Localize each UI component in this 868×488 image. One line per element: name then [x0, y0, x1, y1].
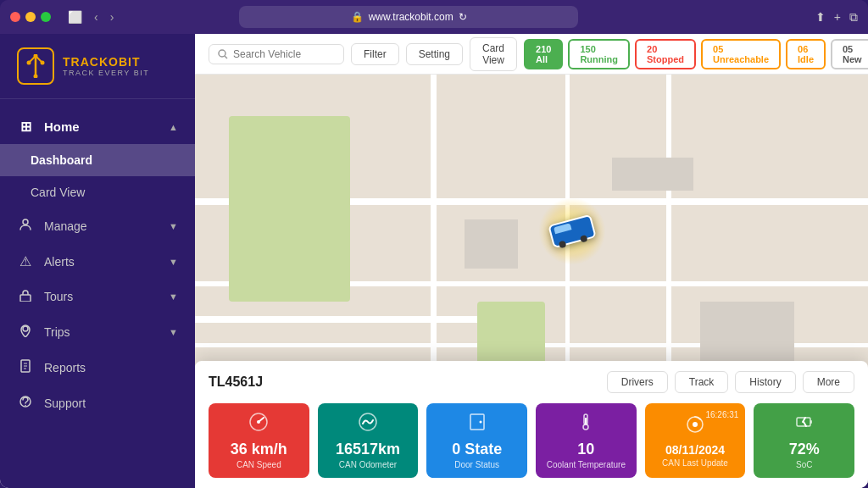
tag-all[interactable]: 210 All: [524, 39, 563, 69]
chevron-down-icon: ▼: [169, 221, 178, 231]
speed-icon: [248, 412, 269, 437]
sidebar-item-label: Support: [44, 396, 178, 410]
new-tab-icon[interactable]: +: [834, 10, 841, 25]
map-park: [229, 116, 350, 302]
stat-speed: 36 km/h CAN Speed: [209, 403, 309, 478]
back-nav[interactable]: ‹: [91, 8, 102, 25]
svg-rect-8: [20, 295, 31, 302]
sidebar-item-alerts[interactable]: ⚠ Alerts ▼: [0, 244, 195, 279]
more-button[interactable]: More: [803, 371, 854, 393]
app-container: TRACKOBIT TRACK EVERY BIT ⊞ Home ▲ Dashb…: [0, 34, 868, 488]
home-icon: ⊞: [17, 119, 34, 135]
manage-icon: [17, 218, 34, 235]
track-button[interactable]: Track: [675, 371, 729, 393]
svg-point-24: [583, 424, 588, 430]
forward-nav[interactable]: ›: [107, 8, 118, 25]
alerts-icon: ⚠: [17, 253, 34, 269]
search-box[interactable]: [209, 44, 344, 64]
last-update-time: 16:26:31: [705, 410, 738, 419]
tag-unreachable[interactable]: 05 Unreachable: [701, 39, 781, 69]
svg-point-9: [23, 326, 28, 331]
map-container[interactable]: TL4561J Drivers Track History More: [195, 75, 868, 488]
setting-button[interactable]: Setting: [406, 43, 463, 65]
vehicle-panel: TL4561J Drivers Track History More: [195, 361, 868, 488]
share-icon[interactable]: ⬆: [815, 10, 826, 25]
sidebar-item-label: Reports: [44, 361, 178, 374]
tag-new[interactable]: 05 New: [831, 39, 868, 69]
odometer-value: 16517km: [336, 441, 400, 458]
soc-label: SoC: [796, 460, 812, 469]
coolant-value: 10: [577, 441, 594, 458]
svg-rect-21: [470, 414, 484, 430]
svg-point-22: [479, 421, 481, 424]
back-button[interactable]: ⬜: [64, 8, 86, 25]
nav-section: ⊞ Home ▲ Dashboard Card View Manag: [0, 106, 195, 424]
sidebar-item-trips[interactable]: Trips ▼: [0, 314, 195, 350]
logo-name: TRACKOBIT: [63, 55, 149, 69]
map-building: [612, 158, 693, 191]
drivers-button[interactable]: Drivers: [607, 371, 668, 393]
browser-titlebar: ⬜ ‹ › 🔒 www.trackobit.com ↻ ⬆ + ⧉: [0, 0, 868, 34]
stat-door: 0 State Door Status: [426, 403, 527, 478]
svg-point-3: [27, 61, 31, 65]
logo-icon: [17, 47, 54, 85]
tag-idle[interactable]: 06 Idle: [786, 39, 826, 69]
toolbar: Filter Setting Card View 210 All 150 Run…: [195, 34, 868, 75]
last-update-label: CAN Last Update: [662, 458, 728, 468]
tag-stopped[interactable]: 20 Stopped: [635, 39, 696, 69]
logo-text: TRACKOBIT TRACK EVERY BIT: [63, 55, 149, 77]
sidebar-item-label: Card View: [31, 186, 178, 199]
svg-point-5: [34, 75, 38, 79]
history-button[interactable]: History: [735, 371, 795, 393]
filter-button[interactable]: Filter: [351, 43, 399, 65]
panel-cards: 36 km/h CAN Speed 16517km CAN Odometer: [209, 403, 854, 478]
coolant-label: Coolant Temperature: [547, 460, 626, 469]
url-text: www.trackobit.com: [369, 11, 453, 23]
logo-tagline: TRACK EVERY BIT: [63, 69, 149, 77]
coolant-icon: [576, 412, 596, 437]
sidebar-item-manage[interactable]: Manage ▼: [0, 208, 195, 244]
trips-icon: [17, 324, 34, 341]
search-input[interactable]: [233, 48, 335, 60]
stat-soc: 72% SoC: [754, 403, 854, 478]
maximize-button[interactable]: [41, 12, 51, 22]
sidebar-item-label: Manage: [44, 219, 159, 233]
door-value: 0 State: [452, 441, 502, 458]
svg-point-19: [257, 420, 260, 424]
stat-coolant: 10 Coolant Temperature: [536, 403, 637, 478]
chevron-down-icon: ▼: [169, 327, 178, 337]
lock-icon: 🔒: [351, 11, 364, 23]
sidebar-item-tours[interactable]: Tours ▼: [0, 279, 195, 314]
chevron-down-icon: ▼: [169, 257, 178, 267]
odometer-icon: [358, 412, 378, 437]
last-update-value: 08/11/2024: [665, 443, 725, 457]
card-view-button[interactable]: Card View: [470, 37, 517, 71]
vehicle-marker: [550, 219, 594, 243]
sidebar-logo: TRACKOBIT TRACK EVERY BIT: [0, 34, 195, 99]
filter-tags: 210 All 150 Running 20 Stopped 05 Unreac…: [524, 39, 868, 69]
sidebar-item-label: Trips: [44, 325, 159, 339]
search-icon: [218, 49, 228, 59]
minimize-button[interactable]: [25, 12, 36, 22]
soc-icon: [794, 412, 815, 437]
vehicle-id: TL4561J: [209, 374, 263, 390]
sidebar-item-card-view[interactable]: Card View: [0, 176, 195, 208]
traffic-lights: [10, 12, 51, 22]
svg-point-4: [41, 61, 45, 65]
chevron-down-icon: ▼: [169, 291, 178, 302]
tag-running[interactable]: 150 Running: [568, 39, 630, 69]
sidebar-item-label: Alerts: [44, 255, 159, 269]
sidebar-item-label: Tours: [44, 290, 159, 303]
stat-odometer: 16517km CAN Odometer: [318, 403, 419, 478]
door-icon: [467, 412, 487, 437]
sidebar-item-home[interactable]: ⊞ Home ▲: [0, 109, 195, 144]
refresh-icon[interactable]: ↻: [459, 11, 467, 23]
svg-line-17: [225, 56, 227, 58]
sidebar-item-reports[interactable]: Reports: [0, 350, 195, 385]
browser-action-buttons: ⬆ + ⧉: [815, 10, 858, 25]
address-bar[interactable]: 🔒 www.trackobit.com ↻: [239, 6, 578, 28]
close-button[interactable]: [10, 12, 20, 22]
sidebar-item-dashboard[interactable]: Dashboard: [0, 144, 195, 176]
windows-icon[interactable]: ⧉: [849, 10, 858, 25]
sidebar-item-support[interactable]: Support: [0, 385, 195, 421]
